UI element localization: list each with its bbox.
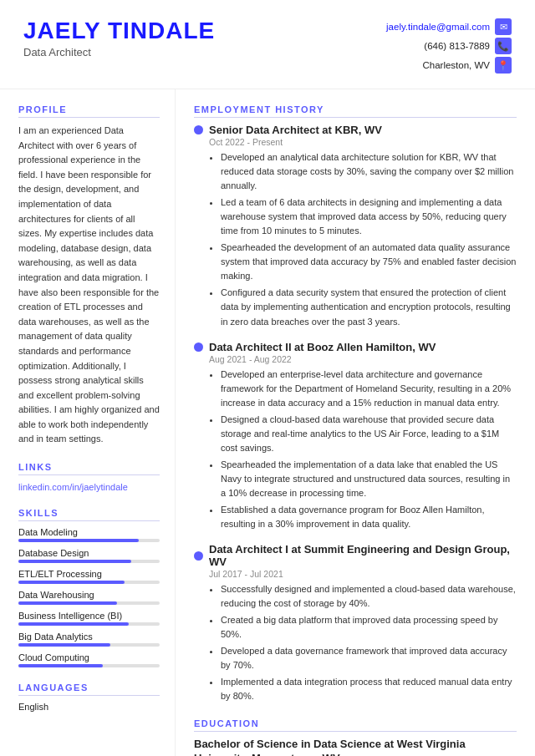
job-title-row: Senior Data Architect at KBR, WV (194, 124, 517, 136)
languages-section-title: LANGUAGES (18, 682, 160, 696)
header: JAELY TINDALE Data Architect jaely.tinda… (0, 0, 535, 89)
email-link[interactable]: jaely.tindale@gmail.com (386, 22, 490, 32)
email-icon: ✉ (495, 18, 512, 35)
skills-section: SKILLS Data Modeling Database Design ETL… (18, 508, 160, 667)
skill-item: Data Warehousing (18, 590, 160, 605)
job-bullet: Spearheaded the implementation of a data… (221, 458, 517, 500)
profile-section-title: PROFILE (18, 104, 160, 118)
skill-bar-bg (18, 622, 160, 626)
skill-name: ETL/ELT Processing (18, 569, 160, 579)
job-bullet: Implemented a data integration process t… (221, 675, 517, 703)
right-column: EMPLOYMENT HISTORY Senior Data Architect… (176, 89, 535, 756)
skill-bar-fill (18, 581, 125, 584)
job-bullet: Established a data governance program fo… (221, 503, 517, 531)
skill-item: Cloud Computing (18, 652, 160, 667)
employment-section: EMPLOYMENT HISTORY Senior Data Architect… (194, 104, 517, 703)
languages-list: English (18, 702, 160, 712)
main-content: PROFILE I am an experienced Data Archite… (0, 89, 535, 756)
profile-text: I am an experienced Data Architect with … (18, 124, 160, 447)
skill-bar-bg (18, 664, 160, 667)
job-title-row: Data Architect I at Summit Engineering a… (194, 543, 517, 568)
skill-bar-bg (18, 581, 160, 584)
left-column: PROFILE I am an experienced Data Archite… (0, 89, 176, 756)
edu-block: Bachelor of Science in Data Science at W… (194, 738, 517, 756)
job-title-row: Data Architect II at Booz Allen Hamilton… (194, 341, 517, 353)
skill-bar-bg (18, 601, 160, 605)
location-text: Charleston, WV (422, 60, 490, 70)
jobs-list: Senior Data Architect at KBR, WV Oct 202… (194, 124, 517, 703)
skill-bar-fill (18, 664, 103, 667)
skills-list: Data Modeling Database Design ETL/ELT Pr… (18, 527, 160, 667)
skill-name: Database Design (18, 548, 160, 558)
skills-section-title: SKILLS (18, 508, 160, 521)
skill-bar-bg (18, 643, 160, 647)
skill-bar-fill (18, 643, 110, 647)
skill-bar-fill (18, 539, 139, 542)
job-bullet: Developed an analytical data architectur… (221, 150, 517, 193)
phone-icon: 📞 (495, 38, 512, 54)
job-dates: Aug 2021 - Aug 2022 (209, 354, 517, 364)
skill-bar-fill (18, 601, 117, 605)
header-left: JAELY TINDALE Data Architect (23, 18, 215, 58)
skill-item: Database Design (18, 548, 160, 563)
languages-section: LANGUAGES English (18, 682, 160, 712)
job-bullet: Configured a data security system that e… (221, 286, 517, 328)
skill-bar-fill (18, 622, 129, 626)
job-bullets-list: Developed an analytical data architectur… (209, 150, 517, 329)
skill-name: Cloud Computing (18, 652, 160, 662)
job-block: Data Architect II at Booz Allen Hamilton… (194, 341, 517, 532)
job-bullet: Led a team of 6 data architects in desig… (221, 195, 517, 238)
job-bullet: Successfully designed and implemented a … (221, 582, 517, 611)
skill-bar-bg (18, 539, 160, 542)
skill-item: ETL/ELT Processing (18, 569, 160, 584)
skill-item: Big Data Analytics (18, 632, 160, 647)
job-bullet: Developed an enterprise-level data archi… (221, 368, 517, 410)
linkedin-link[interactable]: linkedin.com/in/jaelytindale (18, 482, 128, 492)
language-item: English (18, 702, 160, 712)
links-section-title: LINKS (18, 462, 160, 475)
job-title: Senior Data Architect at KBR, WV (209, 124, 382, 136)
profile-section: PROFILE I am an experienced Data Archite… (18, 104, 160, 447)
header-right: jaely.tindale@gmail.com ✉ (646) 813-7889… (386, 18, 512, 74)
job-dot (194, 342, 203, 352)
candidate-title: Data Architect (23, 46, 215, 58)
skill-name: Big Data Analytics (18, 632, 160, 642)
link-item: linkedin.com/in/jaelytindale (18, 481, 160, 493)
job-block: Data Architect I at Summit Engineering a… (194, 543, 517, 703)
job-bullets-list: Developed an enterprise-level data archi… (209, 368, 517, 532)
education-section-title: EDUCATION (194, 718, 517, 732)
email-row: jaely.tindale@gmail.com ✉ (386, 18, 512, 35)
employment-section-title: EMPLOYMENT HISTORY (194, 104, 517, 118)
job-bullet: Developed a data governance framework th… (221, 644, 517, 672)
skill-name: Business Intelligence (BI) (18, 611, 160, 621)
skill-bar-fill (18, 560, 131, 563)
job-dot (194, 125, 203, 134)
skill-item: Data Modeling (18, 527, 160, 542)
job-title: Data Architect II at Booz Allen Hamilton… (209, 341, 436, 353)
phone-text: (646) 813-7889 (424, 41, 490, 51)
phone-row: (646) 813-7889 📞 (386, 38, 512, 54)
job-block: Senior Data Architect at KBR, WV Oct 202… (194, 124, 517, 329)
links-section: LINKS linkedin.com/in/jaelytindale (18, 462, 160, 493)
location-row: Charleston, WV 📍 (386, 57, 512, 74)
education-section: EDUCATION Bachelor of Science in Data Sc… (194, 718, 517, 756)
job-dot (194, 551, 203, 561)
location-icon: 📍 (495, 57, 512, 74)
skill-item: Business Intelligence (BI) (18, 611, 160, 626)
job-bullet: Created a big data platform that improve… (221, 613, 517, 642)
job-bullets-list: Successfully designed and implemented a … (209, 582, 517, 703)
job-title: Data Architect I at Summit Engineering a… (209, 543, 517, 568)
job-dates: Jul 2017 - Jul 2021 (209, 569, 517, 579)
job-bullet: Spearheaded the development of an automa… (221, 241, 517, 283)
skill-name: Data Warehousing (18, 590, 160, 600)
education-list: Bachelor of Science in Data Science at W… (194, 738, 517, 756)
skill-bar-bg (18, 560, 160, 563)
job-bullet: Designed a cloud-based data warehouse th… (221, 413, 517, 455)
job-dates: Oct 2022 - Present (209, 137, 517, 147)
candidate-name: JAELY TINDALE (23, 18, 215, 44)
skill-name: Data Modeling (18, 527, 160, 537)
edu-degree: Bachelor of Science in Data Science at W… (194, 738, 517, 756)
